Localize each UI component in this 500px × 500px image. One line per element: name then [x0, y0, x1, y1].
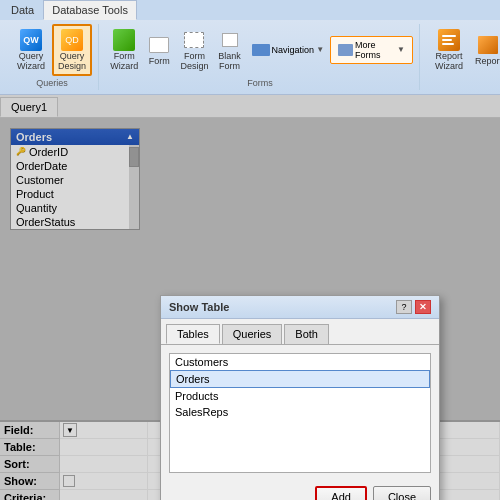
form-design-label: FormDesign	[180, 52, 208, 72]
modal-tab-both[interactable]: Both	[284, 324, 329, 344]
blank-form-label: BlankForm	[218, 52, 241, 72]
ribbon-group-queries: QW QueryWizard QD QueryDesign Queries	[6, 24, 99, 90]
list-item-products[interactable]: Products	[170, 388, 430, 404]
modal-body: Customers Orders Products SalesReps	[161, 345, 439, 481]
report-label: Report	[475, 57, 500, 67]
query-design-button[interactable]: QD QueryDesign	[52, 24, 92, 76]
navigation-label: Navigation	[272, 45, 315, 55]
more-forms-icon	[338, 44, 353, 56]
modal-list[interactable]: Customers Orders Products SalesReps	[169, 353, 431, 473]
forms-buttons: FormWizard Form FormDesign	[107, 24, 413, 76]
modal-tab-tables[interactable]: Tables	[166, 324, 220, 344]
report-button[interactable]: Report	[470, 30, 500, 70]
ribbon: Data Database Tools QW QueryWizard QD	[0, 0, 500, 95]
queries-buttons: QW QueryWizard QD QueryDesign	[12, 24, 92, 76]
queries-group-label: Queries	[36, 78, 68, 90]
blank-form-button[interactable]: BlankForm	[214, 25, 246, 75]
show-table-modal: Show Table ? ✕ Tables Queries Both Custo…	[160, 295, 440, 500]
query-wizard-icon: QW	[19, 28, 43, 52]
report-wizard-button[interactable]: ReportWizard	[430, 25, 468, 75]
form-wizard-label: FormWizard	[110, 52, 138, 72]
tab-data[interactable]: Data	[2, 0, 43, 20]
form-icon	[147, 33, 171, 57]
main-content: Query1 Orders ▲ OrderID Orde	[0, 95, 500, 500]
more-forms-arrow-icon[interactable]: ▼	[397, 45, 405, 54]
modal-close-btn[interactable]: Close	[373, 486, 431, 500]
list-item-customers[interactable]: Customers	[170, 354, 430, 370]
query-wizard-button[interactable]: QW QueryWizard	[12, 25, 50, 75]
blank-form-icon	[218, 28, 242, 52]
modal-overlay: Show Table ? ✕ Tables Queries Both Custo…	[0, 95, 500, 500]
app: Data Database Tools QW QueryWizard QD	[0, 0, 500, 500]
navigation-icon	[252, 44, 270, 56]
more-forms-split-button[interactable]: More Forms ▼	[330, 36, 413, 64]
ribbon-group-reports: ReportWizard Report BlankReport	[424, 24, 500, 90]
form-design-icon	[182, 28, 206, 52]
modal-add-button[interactable]: Add	[315, 486, 367, 500]
list-item-salesreps[interactable]: SalesReps	[170, 404, 430, 420]
form-design-button[interactable]: FormDesign	[177, 25, 211, 75]
modal-tabs: Tables Queries Both	[161, 319, 439, 345]
ribbon-content: QW QueryWizard QD QueryDesign Queries	[0, 20, 500, 94]
modal-close-button[interactable]: ✕	[415, 300, 431, 314]
ribbon-group-forms: FormWizard Form FormDesign	[101, 24, 420, 90]
modal-controls: ? ✕	[396, 300, 431, 314]
reports-buttons: ReportWizard Report BlankReport	[430, 24, 500, 76]
report-wizard-label: ReportWizard	[435, 52, 463, 72]
navigation-arrow-icon[interactable]: ▼	[316, 45, 324, 54]
modal-tab-queries[interactable]: Queries	[222, 324, 283, 344]
form-wizard-icon	[112, 28, 136, 52]
more-forms-label: More Forms	[355, 40, 395, 60]
report-icon	[476, 33, 500, 57]
modal-help-button[interactable]: ?	[396, 300, 412, 314]
form-wizard-button[interactable]: FormWizard	[107, 25, 141, 75]
modal-footer: Add Close	[161, 481, 439, 500]
tab-database-tools[interactable]: Database Tools	[43, 0, 137, 20]
list-item-orders[interactable]: Orders	[170, 370, 430, 388]
form-label: Form	[149, 57, 170, 67]
form-button[interactable]: Form	[143, 30, 175, 70]
query-design-label: QueryDesign	[58, 52, 86, 72]
query-design-icon: QD	[60, 28, 84, 52]
modal-title: Show Table	[169, 301, 229, 313]
ribbon-main-tabs: Data Database Tools	[0, 0, 500, 20]
modal-title-bar: Show Table ? ✕	[161, 296, 439, 319]
report-wizard-icon	[437, 28, 461, 52]
query-wizard-label: QueryWizard	[17, 52, 45, 72]
forms-group-label: Forms	[247, 78, 273, 90]
navigation-split-button[interactable]: Navigation ▼	[248, 42, 328, 58]
